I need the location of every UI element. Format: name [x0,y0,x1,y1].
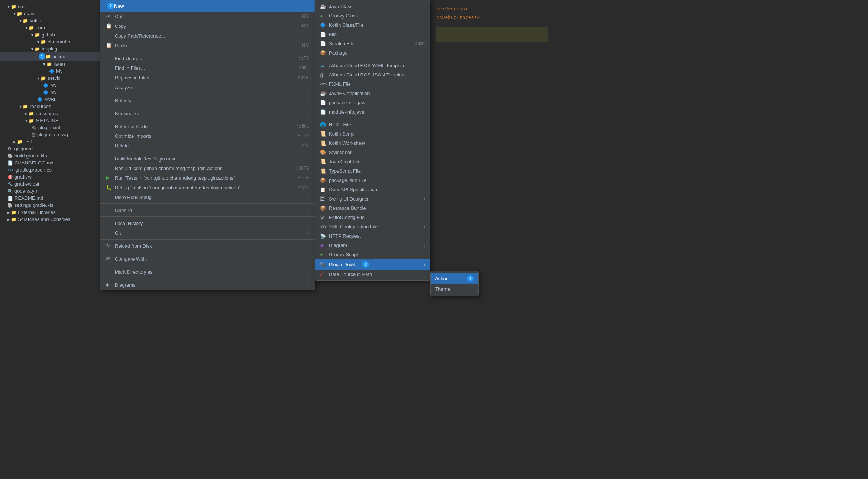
tree-item-action[interactable]: 1 📁 action [0,52,100,61]
new-scratch-file[interactable]: 📄 Scratch File ⇧⌘N [315,39,430,48]
tree-item-my3[interactable]: 🔷 My [0,89,100,96]
tree-item-build-gradle[interactable]: 🐘 build.gradle.kts [0,152,100,159]
tree-item-changelog[interactable]: 📄 CHANGELOG.md [0,159,100,166]
menu-optimize-imports[interactable]: Optimize Imports ^⌥O [100,131,315,141]
new-http-request[interactable]: 📡 HTTP Request [315,231,430,241]
menu-compare[interactable]: Compare With... [100,254,315,264]
new-ros-yaml[interactable]: ☁ Alibaba Cloud ROS YAML Template [315,61,430,70]
menu-diagrams[interactable]: Diagrams › [100,280,315,290]
menu-find-files[interactable]: Find in Files... ⇧⌘F [100,63,315,73]
folder-icon-green: 📁 [17,139,23,144]
plugin-action-item[interactable]: Action 4 [431,273,478,284]
tree-item-listen[interactable]: ▾ 📁 listen [0,61,100,68]
menu-cut[interactable]: Cut ⌘X [100,12,315,21]
tree-item-servic[interactable]: ▾ 📁 servic [0,75,100,82]
new-fxml[interactable]: </> FXML File [315,79,430,89]
md-icon: 📄 [7,160,13,166]
menu-copy-path[interactable]: Copy Path/Reference... [100,31,315,40]
new-file[interactable]: 📄 File [315,30,430,39]
new-groovy-class[interactable]: ● Groovy Class [315,11,430,20]
tree-item-my2[interactable]: 🔷 My [0,82,100,89]
new-package[interactable]: 📦 Package [315,48,430,58]
tree-item-gitignore[interactable]: ⚙ .gitignore [0,145,100,152]
menu-mark-dir[interactable]: Mark Directory as › [100,267,315,277]
new-swing-ui[interactable]: 🖼 Swing UI Designer › [315,194,430,203]
tree-item-gradlew[interactable]: 🎯 gradlew [0,173,100,180]
new-editorconfig[interactable]: ⚙ EditorConfig File [315,213,430,222]
tree-item-settings-gradle[interactable]: 🐘 settings.gradle.kts [0,202,100,209]
menu-paste[interactable]: 📋 Paste ⌘V [100,40,315,50]
new-resource-bundle[interactable]: 📦 Resource Bundle [315,203,430,213]
plugin-theme-item[interactable]: Theme [431,284,478,294]
menu-local-history[interactable]: Local History › [100,218,315,228]
new-openapi[interactable]: 📋 OpenAPI Specification [315,185,430,194]
menu-build-module[interactable]: Build Module 'tesPlugin.main' [100,154,315,163]
md-icon: 📄 [7,196,13,201]
new-diagram[interactable]: ◈ Diagram › [315,241,430,250]
tree-item-kotlin[interactable]: ▾ 📁 kotlin [0,17,100,24]
tree-item-gradle-props[interactable]: </> gradle.properties [0,166,100,173]
new-xml-config[interactable]: </> XML Configuration File › [315,222,430,231]
tree-item-my1[interactable]: 🔷 My [0,68,100,75]
menu-refactor[interactable]: Refactor › [100,95,315,105]
tree-item-chanmufen[interactable]: ▾ 📁 chanmufen [0,38,100,45]
menu-header: 2 New [100,0,315,12]
new-js-file[interactable]: 📜 JavaScript File [315,157,430,166]
tree-item-qodana[interactable]: 🔍 qodana.yml [0,188,100,195]
menu-rebuild[interactable]: Rebuild 'com.github.chanmufeng.tesplugin… [100,163,315,173]
kotlin-icon: 🔷 [43,90,49,95]
tree-item-messages[interactable]: ▸ 📁 messages [0,110,100,117]
tree-item-readme[interactable]: 📄 README.md [0,195,100,202]
menu-replace-files[interactable]: Replace in Files... ⇧⌘R [100,73,315,82]
tree-item-tesplugi[interactable]: ▾ 📁 tesplugi [0,45,100,52]
menu-git[interactable]: Git › [100,228,315,238]
menu-find-usages[interactable]: Find Usages ⌥F7 [100,53,315,63]
menu-delete[interactable]: Delete... ⌫ [100,141,315,150]
new-kotlin-script[interactable]: 📜 Kotlin Script [315,129,430,139]
menu-analyze[interactable]: Analyze › [100,82,315,92]
folder-icon: ▾ 📁 [25,25,34,30]
menu-open-in[interactable]: Open In › [100,205,315,215]
new-stylesheet[interactable]: 🎨 Stylesheet [315,148,430,157]
menu-reformat[interactable]: Reformat Code ⌥⌘L [100,121,315,131]
tree-item-plugin-xml[interactable]: 🔌 plugin.xml [0,124,100,131]
menu-debug-tests[interactable]: 🐛 Debug 'Tests in 'com.github.chanmufeng… [100,183,315,192]
new-ts-file[interactable]: 📜 TypeScript File [315,166,430,176]
menu-copy[interactable]: 📋 Copy ⌘C [100,21,315,31]
tree-item-main[interactable]: ▾ 📁 main [0,10,100,17]
tree-item-metainf[interactable]: ▾ 📁 META-INF [0,117,100,124]
badge-4: 4 [467,275,474,282]
tree-item-resources[interactable]: ▾ 📁 resources [0,103,100,110]
tree-item-mybu[interactable]: 🔷 MyBu [0,96,100,103]
tree-item-pluginicon[interactable]: 🖼 pluginIcon.svg [0,131,100,138]
divider-10 [100,265,315,265]
new-kotlin-worksheet[interactable]: 📜 Kotlin Worksheet [315,139,430,148]
optimize-icon [106,133,112,139]
html-icon: 🌐 [320,122,326,127]
new-kotlin-class[interactable]: 🔷 Kotlin Class/File [315,20,430,30]
tree-item-gradlew-bat[interactable]: 🔧 gradlew.bat [0,180,100,188]
menu-run-tests[interactable]: ▶ Run 'Tests in 'com.github.chanmufeng.t… [100,173,315,183]
new-module-info[interactable]: 📄 module-info.java [315,107,430,117]
history-icon [106,220,112,226]
new-html[interactable]: 🌐 HTML File [315,120,430,129]
new-javafx[interactable]: ☕ JavaFX Application [315,89,430,98]
tree-item-ext-libs[interactable]: ▸ 📁 External Libraries [0,209,100,216]
tree-item-src[interactable]: ▾ 📁 src [0,3,100,10]
new-package-json[interactable]: 📦 package.json File [315,176,430,185]
folder-icon: ▾ 📁 [31,46,40,52]
tree-item-github[interactable]: ▾ 📁 github [0,31,100,38]
new-data-source-path[interactable]: 🗃 Data Source in Path [315,270,430,279]
menu-bookmarks[interactable]: Bookmarks › [100,108,315,118]
bookmark-icon [106,110,112,116]
new-ros-json[interactable]: {} Alibaba Cloud ROS JSON Template [315,70,430,79]
new-java-class[interactable]: ☕ Java Class [315,2,430,11]
tree-item-test[interactable]: ▸ 📁 test [0,138,100,145]
menu-more-run[interactable]: More Run/Debug › [100,192,315,202]
tree-item-scratches[interactable]: ▸ 📁 Scratches and Consoles [0,216,100,223]
menu-reload[interactable]: Reload from Disk [100,241,315,251]
new-package-info[interactable]: 📄 package-info.java [315,98,430,107]
new-groovy-script[interactable]: ● Groovy Script [315,250,430,259]
tree-item-com[interactable]: ▾ 📁 com [0,24,100,31]
new-plugin-devkit[interactable]: 🔌 Plugin DevKit 3 › [315,259,430,270]
